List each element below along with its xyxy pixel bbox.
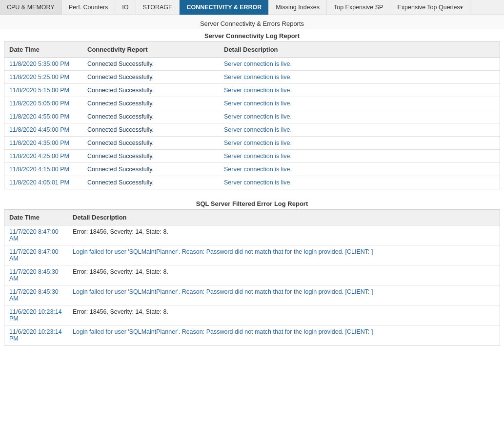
error-detail: Login failed for user 'SQLMaintPlanner'.… <box>68 285 500 305</box>
table-row: 11/7/2020 8:47:00 AM Login failed for us… <box>4 245 500 265</box>
conn-detail: Server connection is live. <box>219 150 500 163</box>
table-row: 11/8/2020 4:25:00 PM Connected Successfu… <box>4 150 500 163</box>
error-detail: Login failed for user 'SQLMaintPlanner'.… <box>68 245 500 265</box>
conn-detail: Server connection is live. <box>219 97 500 110</box>
error-datetime: 11/6/2020 10:23:14 PM <box>4 325 68 345</box>
connectivity-table-header: Date Time Connectivity Report Detail Des… <box>4 42 500 58</box>
connectivity-section-title: Server Connectivity Log Report <box>0 29 504 41</box>
conn-datetime: 11/8/2020 4:55:00 PM <box>4 110 82 123</box>
tab-perf-counters-label: Perf. Counters <box>69 4 108 11</box>
table-row: 11/6/2020 10:23:14 PM Login failed for u… <box>4 325 500 345</box>
error-datetime: 11/7/2020 8:45:30 AM <box>4 265 68 285</box>
tab-io[interactable]: IO <box>115 0 136 15</box>
col-header-datetime: Date Time <box>4 42 82 58</box>
tab-missing-indexes[interactable]: Missing Indexes <box>269 0 327 15</box>
error-detail: Error: 18456, Severity: 14, State: 8. <box>68 265 500 285</box>
tab-top-expensive-sp[interactable]: Top Expensive SP <box>327 0 390 15</box>
conn-detail: Server connection is live. <box>219 163 500 176</box>
error-datetime: 11/6/2020 10:23:14 PM <box>4 305 68 325</box>
conn-report: Connected Successfully. <box>82 110 219 123</box>
connectivity-table: Date Time Connectivity Report Detail Des… <box>4 42 500 189</box>
error-table: Date Time Detail Description 11/7/2020 8… <box>4 210 500 345</box>
page-subtitle: Server Connectivity & Errors Reports <box>0 15 504 29</box>
error-section: SQL Server Filtered Error Log Report Dat… <box>0 197 504 345</box>
conn-detail: Server connection is live. <box>219 137 500 150</box>
conn-datetime: 11/8/2020 5:05:00 PM <box>4 97 82 110</box>
conn-report: Connected Successfully. <box>82 150 219 163</box>
tab-expensive-top-queries[interactable]: Expensive Top Queries <box>390 0 470 15</box>
table-row: 11/6/2020 10:23:14 PM Error: 18456, Seve… <box>4 305 500 325</box>
col-header-connectivity: Connectivity Report <box>82 42 219 58</box>
tab-connectivity-error[interactable]: CONNECTIVITY & ERROR <box>180 0 269 15</box>
error-section-title: SQL Server Filtered Error Log Report <box>0 197 504 209</box>
table-row: 11/8/2020 4:45:00 PM Connected Successfu… <box>4 123 500 137</box>
connectivity-table-container: Date Time Connectivity Report Detail Des… <box>4 41 500 189</box>
conn-report: Connected Successfully. <box>82 97 219 110</box>
tab-storage-label: STORAGE <box>143 4 173 11</box>
table-row: 11/7/2020 8:47:00 AM Error: 18456, Sever… <box>4 225 500 245</box>
conn-report: Connected Successfully. <box>82 123 219 137</box>
conn-detail: Server connection is live. <box>219 84 500 97</box>
table-row: 11/8/2020 5:05:00 PM Connected Successfu… <box>4 97 500 110</box>
conn-report: Connected Successfully. <box>82 84 219 97</box>
table-row: 11/8/2020 4:35:00 PM Connected Successfu… <box>4 137 500 150</box>
error-datetime: 11/7/2020 8:45:30 AM <box>4 285 68 305</box>
tab-cpu-memory-label: CPU & MEMORY <box>7 4 55 11</box>
conn-detail: Server connection is live. <box>219 176 500 189</box>
connectivity-table-wrapper[interactable]: Date Time Connectivity Report Detail Des… <box>4 42 500 189</box>
table-row: 11/8/2020 4:05:01 PM Connected Successfu… <box>4 176 500 189</box>
error-table-header: Date Time Detail Description <box>4 210 500 225</box>
table-row: 11/8/2020 5:15:00 PM Connected Successfu… <box>4 84 500 97</box>
table-row: 11/7/2020 8:45:30 AM Login failed for us… <box>4 285 500 305</box>
conn-detail: Server connection is live. <box>219 123 500 137</box>
conn-datetime: 11/8/2020 5:25:00 PM <box>4 71 82 84</box>
error-detail: Error: 18456, Severity: 14, State: 8. <box>68 225 500 245</box>
tab-cpu-memory[interactable]: CPU & MEMORY <box>0 0 62 15</box>
tab-top-expensive-sp-label: Top Expensive SP <box>334 4 383 11</box>
conn-datetime: 11/8/2020 4:45:00 PM <box>4 123 82 137</box>
conn-report: Connected Successfully. <box>82 163 219 176</box>
tab-storage[interactable]: STORAGE <box>136 0 180 15</box>
conn-report: Connected Successfully. <box>82 58 219 71</box>
nav-tabs: CPU & MEMORY Perf. Counters IO STORAGE C… <box>0 0 504 15</box>
conn-datetime: 11/8/2020 5:35:00 PM <box>4 58 82 71</box>
error-datetime: 11/7/2020 8:47:00 AM <box>4 245 68 265</box>
error-detail: Error: 18456, Severity: 14, State: 8. <box>68 305 500 325</box>
error-table-container: Date Time Detail Description 11/7/2020 8… <box>4 209 500 345</box>
conn-detail: Server connection is live. <box>219 110 500 123</box>
tab-perf-counters[interactable]: Perf. Counters <box>62 0 116 15</box>
error-col-header-detail: Detail Description <box>68 210 500 225</box>
error-detail: Login failed for user 'SQLMaintPlanner'.… <box>68 325 500 345</box>
conn-detail: Server connection is live. <box>219 58 500 71</box>
tab-missing-indexes-label: Missing Indexes <box>276 4 320 11</box>
conn-datetime: 11/8/2020 4:05:01 PM <box>4 176 82 189</box>
conn-report: Connected Successfully. <box>82 71 219 84</box>
error-col-header-datetime: Date Time <box>4 210 68 225</box>
conn-datetime: 11/8/2020 4:25:00 PM <box>4 150 82 163</box>
conn-report: Connected Successfully. <box>82 137 219 150</box>
error-datetime: 11/7/2020 8:47:00 AM <box>4 225 68 245</box>
table-row: 11/7/2020 8:45:30 AM Error: 18456, Sever… <box>4 265 500 285</box>
tab-connectivity-error-label: CONNECTIVITY & ERROR <box>186 4 262 11</box>
table-row: 11/8/2020 5:35:00 PM Connected Successfu… <box>4 58 500 71</box>
tab-io-label: IO <box>122 4 128 11</box>
col-header-detail: Detail Description <box>219 42 500 58</box>
table-row: 11/8/2020 5:25:00 PM Connected Successfu… <box>4 71 500 84</box>
table-row: 11/8/2020 4:15:00 PM Connected Successfu… <box>4 163 500 176</box>
conn-datetime: 11/8/2020 4:35:00 PM <box>4 137 82 150</box>
conn-detail: Server connection is live. <box>219 71 500 84</box>
conn-report: Connected Successfully. <box>82 176 219 189</box>
conn-datetime: 11/8/2020 5:15:00 PM <box>4 84 82 97</box>
conn-datetime: 11/8/2020 4:15:00 PM <box>4 163 82 176</box>
table-row: 11/8/2020 4:55:00 PM Connected Successfu… <box>4 110 500 123</box>
tab-expensive-top-queries-label: Expensive Top Queries <box>397 4 460 11</box>
